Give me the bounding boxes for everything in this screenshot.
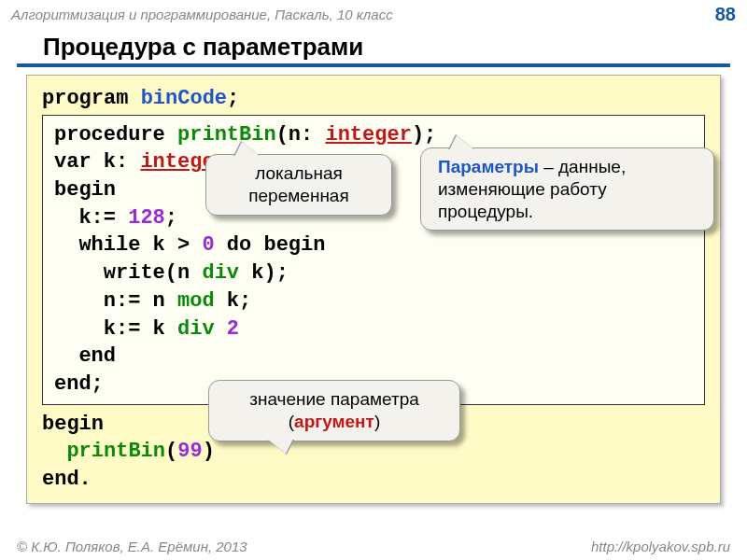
footer-url: http://kpolyakov.spb.ru xyxy=(591,539,730,554)
callout-local-variable: локальная переменная xyxy=(205,154,392,216)
header: Алгоритмизация и программирование, Паска… xyxy=(0,0,747,29)
breadcrumb: Алгоритмизация и программирование, Паска… xyxy=(11,7,393,22)
callout-tail-icon xyxy=(234,142,261,157)
code-line: printBin(99) xyxy=(42,438,705,466)
callout-argument: значение параметра (аргумент) xyxy=(208,380,460,441)
code-line: end. xyxy=(42,466,705,494)
code-line: while k > 0 do begin xyxy=(54,231,693,259)
code-line: n:= n mod k; xyxy=(54,287,693,315)
code-line: k:= k div 2 xyxy=(54,315,693,343)
footer-copyright: © К.Ю. Поляков, Е.А. Ерёмин, 2013 xyxy=(17,539,247,554)
page-title: Процедура с параметрами xyxy=(17,29,730,67)
page-number: 88 xyxy=(715,4,736,25)
code-line: procedure printBin(n: integer); xyxy=(54,121,693,149)
footer: © К.Ю. Поляков, Е.А. Ерёмин, 2013 http:/… xyxy=(0,539,747,554)
code-line: program binCode; xyxy=(42,85,705,113)
callout-parameters: Параметры – данные, изменяющие работу пр… xyxy=(420,147,714,231)
code-line: write(n div k); xyxy=(54,259,693,287)
callout-tail-icon xyxy=(267,439,293,454)
callout-tail-icon xyxy=(449,135,475,150)
code-line: end xyxy=(54,343,693,371)
